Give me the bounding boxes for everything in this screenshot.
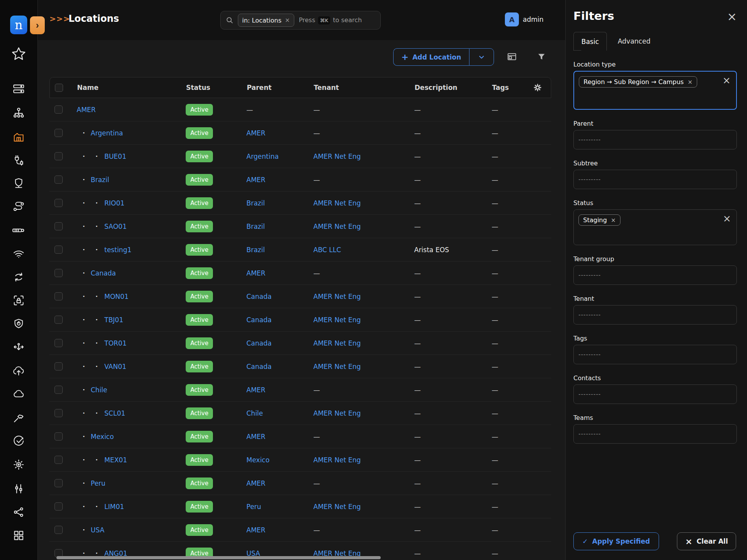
location-name-link[interactable]: SCL01	[104, 409, 125, 417]
row-checkbox[interactable]	[54, 105, 63, 114]
tenant-link[interactable]: AMER Net Eng	[313, 456, 361, 464]
parent-link[interactable]: Peru	[246, 503, 261, 511]
tenant-link[interactable]: AMER Net Eng	[313, 409, 361, 417]
tenant-link[interactable]: AMER Net Eng	[313, 199, 361, 207]
select-all-checkbox[interactable]	[55, 84, 63, 92]
tenant-link[interactable]: AMER Net Eng	[313, 503, 361, 511]
parent-link[interactable]: Canada	[246, 363, 272, 370]
horizontal-scrollbar[interactable]	[56, 556, 381, 559]
tenant-link[interactable]: ABC LLC	[313, 246, 341, 254]
close-icon[interactable]: ×	[727, 11, 737, 23]
parent-link[interactable]: Brazil	[246, 199, 265, 207]
shield-flame-icon[interactable]	[11, 316, 27, 332]
star-icon[interactable]	[11, 46, 27, 62]
location-name-link[interactable]: VAN01	[104, 363, 127, 370]
filter-location-type-select[interactable]: Region → Sub Region → Campus××	[573, 71, 737, 110]
table-layout-icon[interactable]	[505, 50, 519, 64]
nautobot-logo[interactable]: n	[10, 16, 27, 34]
tenant-link[interactable]: AMER Net Eng	[313, 153, 361, 160]
tenant-link[interactable]: AMER Net Eng	[313, 339, 361, 347]
parent-link[interactable]: Canada	[246, 293, 272, 300]
location-name-link[interactable]: MEX01	[104, 456, 127, 464]
filter-chip[interactable]: Staging×	[578, 214, 620, 226]
row-checkbox[interactable]	[54, 409, 63, 417]
location-name-link[interactable]: Brazil	[91, 176, 109, 184]
column-header-description[interactable]: Description	[415, 77, 457, 98]
location-name-link[interactable]: testing1	[104, 246, 132, 254]
row-checkbox[interactable]	[54, 292, 63, 300]
location-name-link[interactable]: AMER	[77, 106, 96, 114]
sliders-icon[interactable]	[11, 481, 27, 497]
filter-status-select[interactable]: Staging××	[573, 209, 737, 245]
tenant-link[interactable]: AMER Net Eng	[313, 293, 361, 300]
wifi-icon[interactable]	[11, 246, 27, 262]
battery-icon[interactable]	[11, 222, 27, 239]
cloud-icon[interactable]	[11, 386, 27, 402]
racks-icon[interactable]	[11, 81, 27, 97]
parent-link[interactable]: Canada	[246, 339, 272, 347]
apply-specified-button[interactable]: ✓ Apply Specified	[573, 532, 659, 550]
location-name-link[interactable]: BUE01	[104, 153, 126, 160]
location-name-link[interactable]: Argentina	[91, 129, 123, 137]
share-nodes-icon[interactable]	[11, 504, 27, 520]
location-name-link[interactable]: SAO01	[104, 223, 127, 230]
secure-frame-icon[interactable]	[11, 292, 27, 309]
column-header-tags[interactable]: Tags	[492, 77, 509, 98]
row-checkbox[interactable]	[54, 222, 63, 230]
gear-plus-icon[interactable]	[11, 456, 27, 473]
sync-icon[interactable]	[11, 269, 27, 285]
clear-field-icon[interactable]: ×	[722, 75, 731, 85]
filter-tags-select[interactable]: ---------	[573, 345, 737, 364]
filter-tenant-select[interactable]: ---------	[573, 305, 737, 325]
search-scope-chip[interactable]: in: Locations ×	[238, 14, 294, 27]
row-checkbox[interactable]	[54, 339, 63, 347]
parent-link[interactable]: AMER	[246, 526, 265, 534]
location-name-link[interactable]: LIM01	[104, 503, 124, 511]
tenant-link[interactable]: AMER Net Eng	[313, 363, 361, 370]
location-name-link[interactable]: TOR01	[104, 339, 127, 347]
column-header-status[interactable]: Status	[186, 77, 210, 98]
row-checkbox[interactable]	[54, 269, 63, 277]
clear-all-button[interactable]: × Clear All	[677, 532, 736, 550]
location-name-link[interactable]: Chile	[91, 386, 107, 394]
filter-parent-select[interactable]: ---------	[573, 130, 737, 149]
location-name-link[interactable]: RIO01	[104, 199, 125, 207]
move-arrows-icon[interactable]	[11, 339, 27, 356]
parent-link[interactable]: AMER	[246, 176, 265, 184]
chip-remove-icon[interactable]: ×	[687, 79, 693, 86]
hammer-icon[interactable]	[11, 409, 27, 426]
add-location-dropdown-button[interactable]	[469, 48, 494, 66]
row-checkbox[interactable]	[54, 479, 63, 487]
parent-link[interactable]: AMER	[246, 129, 265, 137]
parent-link[interactable]: AMER	[246, 479, 265, 487]
building-icon[interactable]	[11, 129, 27, 145]
row-checkbox[interactable]	[54, 246, 63, 254]
row-checkbox[interactable]	[54, 129, 63, 137]
check-circle-icon[interactable]	[11, 433, 27, 449]
parent-link[interactable]: AMER	[246, 433, 265, 441]
parent-link[interactable]: Argentina	[246, 153, 279, 160]
table-settings-gear-icon[interactable]	[533, 77, 543, 98]
row-checkbox[interactable]	[54, 316, 63, 324]
parent-link[interactable]: Brazil	[246, 223, 265, 230]
filter-subtree-select[interactable]: ---------	[573, 170, 737, 189]
filter-funnel-icon[interactable]	[534, 50, 548, 64]
filter-teams-select[interactable]: ---------	[573, 424, 737, 444]
location-name-link[interactable]: Peru	[91, 479, 105, 487]
user-menu[interactable]: A admin	[505, 12, 543, 26]
row-checkbox[interactable]	[54, 152, 63, 160]
row-checkbox[interactable]	[54, 362, 63, 370]
row-checkbox[interactable]	[54, 456, 63, 464]
row-checkbox[interactable]	[54, 199, 63, 207]
chip-remove-icon[interactable]: ×	[285, 17, 290, 24]
grid-icon[interactable]	[11, 527, 27, 544]
tenant-link[interactable]: AMER Net Eng	[313, 223, 361, 230]
location-name-link[interactable]: MON01	[104, 293, 128, 300]
parent-link[interactable]: AMER	[246, 269, 265, 277]
filter-tenant-group-select[interactable]: ---------	[573, 265, 737, 285]
location-name-link[interactable]: Mexico	[91, 433, 114, 441]
chip-remove-icon[interactable]: ×	[611, 217, 616, 224]
global-search-input[interactable]: in: Locations × Press⌘Kto search	[220, 11, 381, 30]
row-checkbox[interactable]	[54, 176, 63, 184]
shield-network-icon[interactable]	[11, 175, 27, 191]
